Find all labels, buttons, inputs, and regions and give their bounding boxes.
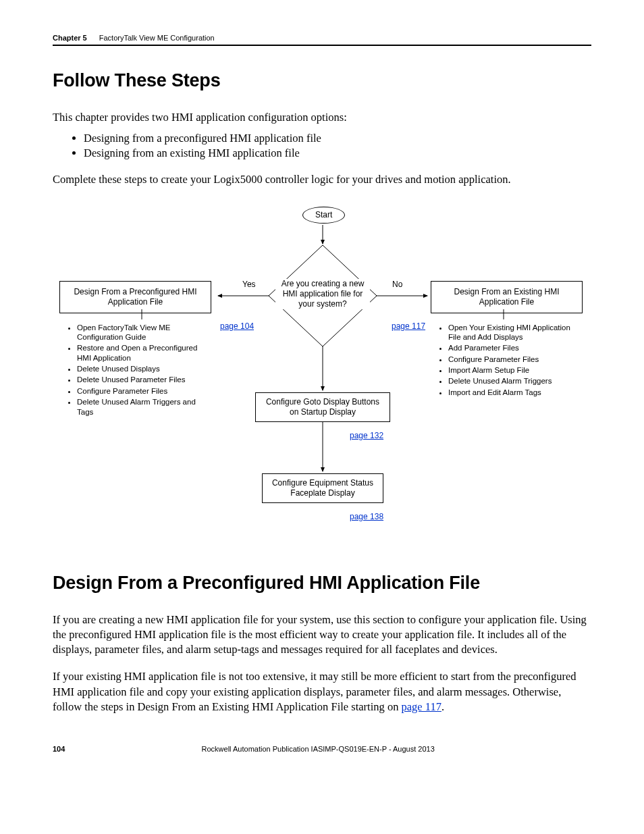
flow-left-box: Design From a Preconfigured HMI Applicat… — [59, 281, 211, 313]
list-item: Import and Edit Alarm Tags — [448, 388, 583, 397]
flow-left-pagelink: page 104 — [220, 321, 254, 331]
flow-mid-box: Configure Goto Display Buttons on Startu… — [255, 392, 390, 422]
chapter-label: Chapter 5 — [53, 34, 87, 42]
section-heading-follow-steps: Follow These Steps — [53, 70, 591, 91]
flow-mid-pagelink: page 132 — [350, 431, 383, 440]
page-link-104[interactable]: page 104 — [220, 321, 254, 331]
flow-bot-pagelink: page 138 — [350, 512, 383, 521]
publication-id: Rockwell Automation Publication IASIMP-Q… — [65, 745, 571, 753]
list-item: Add Parameter Files — [448, 343, 583, 353]
options-list: Designing from a preconfigured HMI appli… — [53, 132, 591, 160]
section2-p1: If you are creating a new HMI applicatio… — [53, 613, 591, 658]
running-header: Chapter 5 FactoryTalk View ME Configurat… — [53, 34, 591, 46]
flow-edge-yes: Yes — [242, 280, 256, 289]
section2-p2b: . — [441, 700, 444, 713]
flowchart: Start Are you creating a new HMI applica… — [53, 201, 593, 546]
page-footer: 104 Rockwell Automation Publication IASI… — [53, 745, 591, 753]
list-item: Import Alarm Setup File — [448, 365, 583, 375]
section-heading-design-preconfigured: Design From a Preconfigured HMI Applicat… — [53, 573, 591, 594]
list-item: Open FactoryTalk View ME Configuration G… — [77, 323, 211, 342]
list-item: Designing from an existing HMI applicati… — [84, 147, 591, 160]
flow-right-column: Design From an Existing HMI Application … — [431, 281, 583, 399]
flow-right-pagelink: page 117 — [392, 321, 425, 331]
list-item: Configure Parameter Files — [77, 386, 211, 396]
page-link-138[interactable]: page 138 — [350, 512, 383, 521]
page-link-117[interactable]: page 117 — [392, 321, 425, 331]
flow-decision-label: Are you creating a new HMI application f… — [275, 279, 370, 309]
list-item: Configure Parameter Files — [448, 355, 583, 364]
list-item: Restore and Open a Preconfigured HMI App… — [77, 343, 211, 363]
chapter-title: FactoryTalk View ME Configuration — [99, 34, 215, 42]
list-item: Delete Unused Alarm Triggers — [448, 376, 583, 386]
footer-spacer — [571, 745, 591, 753]
flow-start-label: Start — [315, 210, 332, 219]
flow-left-items: Open FactoryTalk View ME Configuration G… — [59, 323, 211, 417]
flow-start-node: Start — [302, 207, 345, 224]
flow-right-box: Design From an Existing HMI Application … — [431, 281, 583, 313]
page-number: 104 — [53, 745, 65, 753]
after-paragraph: Complete these steps to create your Logi… — [53, 172, 591, 187]
page-link-117-inline[interactable]: page 117 — [402, 700, 441, 713]
flow-bot-box: Configure Equipment Status Faceplate Dis… — [262, 473, 383, 503]
list-item: Delete Unused Displays — [77, 364, 211, 373]
section2-p2: If your existing HMI application file is… — [53, 669, 591, 714]
section2-p2a: If your existing HMI application file is… — [53, 670, 576, 713]
intro-paragraph: This chapter provides two HMI applicatio… — [53, 110, 591, 125]
flow-right-items: Open Your Existing HMI Application File … — [431, 323, 583, 398]
list-item: Designing from a preconfigured HMI appli… — [84, 132, 591, 145]
list-item: Delete Unused Alarm Triggers and Tags — [77, 397, 211, 417]
list-item: Open Your Existing HMI Application File … — [448, 323, 583, 342]
flow-edge-no: No — [392, 280, 402, 289]
list-item: Delete Unused Parameter Files — [77, 375, 211, 384]
flow-left-column: Design From a Preconfigured HMI Applicat… — [59, 281, 211, 418]
page-link-132[interactable]: page 132 — [350, 431, 383, 440]
